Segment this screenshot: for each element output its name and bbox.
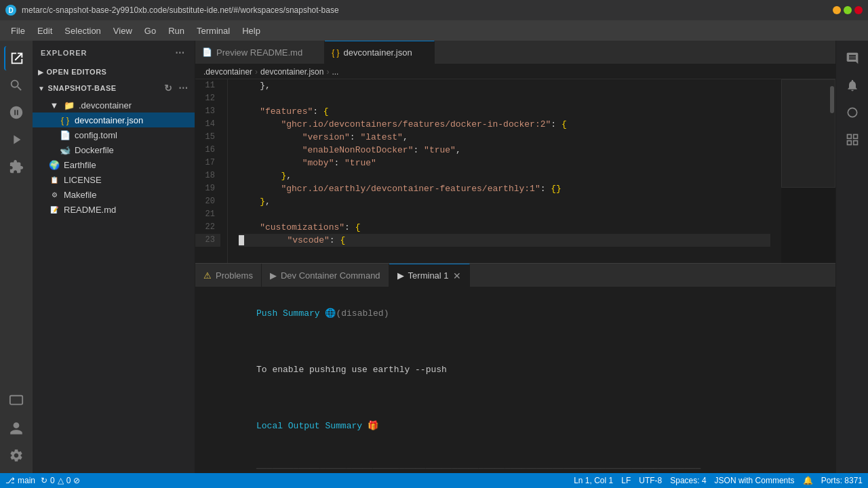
sidebar-snapshot-section: ▼ SNAPSHOT-BASE ↻ ⋯ ▼ 📁 .devcontainer: [33, 79, 195, 217]
code-content[interactable]: }, "features": { "ghcr.io/devcontainers/…: [228, 79, 781, 263]
tab-preview-readme[interactable]: 📄 Preview README.md ✕: [195, 41, 325, 64]
svg-rect-3: [853, 135, 857, 139]
panel-problems-label: Problems: [216, 270, 253, 281]
menu-go[interactable]: Go: [139, 23, 161, 39]
menu-help[interactable]: Help: [237, 23, 266, 39]
activity-accounts[interactable]: [4, 416, 28, 441]
activity-remote[interactable]: [4, 389, 28, 413]
terminal-line-push: Push Summary 🌐(disabled): [203, 293, 827, 335]
status-branch[interactable]: ⎇ main: [5, 476, 35, 485]
maximize-button[interactable]: [844, 6, 852, 14]
menu-bar: File Edit Selection View Go Run Terminal…: [0, 20, 868, 41]
status-eol[interactable]: LF: [621, 476, 631, 485]
sync-icon: ↻: [41, 476, 47, 485]
activity-explorer[interactable]: [4, 46, 28, 70]
activity-search[interactable]: [4, 73, 28, 98]
sidebar-title: EXPLORER ⋯: [33, 41, 195, 65]
main-layout: EXPLORER ⋯ ▶ OPEN EDITORS ▼ SNAPSHOT-BAS…: [0, 41, 868, 473]
right-sidebar-plugin1[interactable]: [840, 100, 865, 125]
panel-terminal-label: Terminal 1: [408, 270, 449, 281]
sidebar: EXPLORER ⋯ ▶ OPEN EDITORS ▼ SNAPSHOT-BAS…: [33, 41, 195, 473]
folder-icon: ▼: [49, 100, 60, 110]
breadcrumb-file[interactable]: devcontainer.json: [260, 67, 323, 77]
status-language[interactable]: JSON with Comments: [715, 476, 795, 485]
activity-source-control[interactable]: [4, 100, 28, 125]
code-editor[interactable]: 11 12 13 14 15 16 17 18 19 20 21 22 23 }…: [195, 79, 835, 263]
svg-rect-2: [847, 135, 851, 139]
code-line-22: "customizations": {: [239, 221, 770, 234]
code-minimap: [781, 79, 835, 263]
activity-extensions[interactable]: [4, 155, 28, 179]
open-editors-header[interactable]: ▶ OPEN EDITORS: [33, 65, 195, 79]
tree-item-config-toml[interactable]: 📄 config.toml: [33, 127, 195, 142]
tree-item-license[interactable]: 📋 LICENSE: [33, 172, 195, 187]
activity-settings[interactable]: [4, 443, 28, 468]
refresh-button[interactable]: ↻: [163, 81, 174, 95]
editor-area: 📄 Preview README.md ✕ { } devcontainer.j…: [195, 41, 835, 473]
right-sidebar-notifications[interactable]: [840, 73, 865, 98]
terminal-line-local: Local Output Summary 🎁: [203, 405, 827, 447]
terminal-content[interactable]: Push Summary 🌐(disabled) To enable pushi…: [195, 287, 835, 473]
file-md-icon: 📝: [49, 204, 60, 215]
terminal-icon: ▶: [397, 270, 404, 281]
panel-tabs: ⚠ Problems ▶ Dev Container Command ▶ Ter…: [195, 264, 835, 287]
branch-icon: ⎇: [5, 476, 15, 485]
tree-item-devcontainer-json[interactable]: { } devcontainer.json: [33, 113, 195, 127]
menu-run[interactable]: Run: [163, 23, 190, 39]
status-encoding[interactable]: UTF-8: [639, 476, 662, 485]
tree-item-devcontainer[interactable]: ▼ 📁 .devcontainer: [33, 98, 195, 113]
snapshot-base-header[interactable]: ▼ SNAPSHOT-BASE ↻ ⋯: [33, 79, 195, 98]
tree-item-earthfile[interactable]: 🌍 Earthfile: [33, 157, 195, 172]
breadcrumb-devcontainer[interactable]: .devcontainer: [203, 67, 252, 77]
file-json-icon: { }: [60, 115, 71, 125]
terminal-line-blank1: [203, 335, 827, 349]
tree-item-makefile[interactable]: ⚙ Makefile: [33, 187, 195, 202]
new-file-button[interactable]: ⋯: [174, 46, 186, 60]
minimize-button[interactable]: [833, 6, 841, 14]
svg-point-1: [848, 108, 856, 117]
panel-devcontainer-label: Dev Container Command: [281, 270, 380, 281]
right-sidebar-chat[interactable]: [840, 46, 865, 70]
window-controls[interactable]: [833, 6, 863, 14]
activity-run-debug[interactable]: [4, 127, 28, 152]
file-tree: ▼ 📁 .devcontainer { } devcontainer.json …: [33, 98, 195, 217]
menu-edit[interactable]: Edit: [32, 23, 58, 39]
menu-view[interactable]: View: [108, 23, 138, 39]
file-toml-icon: 📄: [60, 129, 71, 140]
more-options-button[interactable]: ⋯: [177, 81, 190, 95]
code-line-13: "features": {: [239, 105, 770, 118]
status-sync[interactable]: ↻ 0 △ 0 ⊘: [41, 476, 80, 485]
panel-area: ⚠ Problems ▶ Dev Container Command ▶ Ter…: [195, 263, 835, 473]
app-icon: D: [5, 5, 16, 16]
status-bell[interactable]: 🔔: [803, 476, 813, 485]
right-sidebar-plugin2[interactable]: [840, 127, 865, 152]
terminal-close-button[interactable]: ✕: [453, 270, 461, 281]
tree-item-dockerfile[interactable]: 🐋 Dockerfile: [33, 142, 195, 157]
breadcrumb-more[interactable]: ...: [332, 67, 338, 77]
file-license-icon: 📋: [49, 174, 60, 185]
status-spaces[interactable]: Spaces: 4: [670, 476, 706, 485]
menu-terminal[interactable]: Terminal: [191, 23, 235, 39]
sidebar-title-actions: ⋯: [174, 46, 186, 60]
code-line-23: "vscode": {: [239, 234, 770, 247]
code-line-12: [239, 92, 770, 105]
panel-tab-devcontainer[interactable]: ▶ Dev Container Command: [262, 264, 389, 287]
file-docker-icon: 🐋: [60, 144, 71, 155]
tab-preview-label: Preview README.md: [216, 47, 302, 58]
tab-preview-icon: 📄: [202, 47, 212, 57]
status-bar-right: Ln 1, Col 1 LF UTF-8 Spaces: 4 JSON with…: [574, 476, 863, 485]
close-button[interactable]: [854, 6, 863, 14]
tab-devcontainer-json[interactable]: { } devcontainer.json ✕: [325, 41, 435, 64]
browser-url: metarc/c-snapshot-base-2y9910xb.code/sub…: [22, 5, 339, 15]
status-bar-left: ⎇ main ↻ 0 △ 0 ⊘: [5, 476, 80, 485]
tree-item-readme[interactable]: 📝 README.md: [33, 202, 195, 217]
status-ports[interactable]: Ports: 8371: [821, 476, 863, 485]
status-position[interactable]: Ln 1, Col 1: [574, 476, 613, 485]
devcontainer-icon: ▶: [270, 270, 277, 281]
branch-name: main: [18, 476, 35, 485]
right-sidebar: [835, 41, 868, 473]
menu-selection[interactable]: Selection: [59, 23, 106, 39]
panel-tab-terminal[interactable]: ▶ Terminal 1 ✕: [389, 264, 470, 287]
menu-file[interactable]: File: [5, 23, 31, 39]
panel-tab-problems[interactable]: ⚠ Problems: [195, 264, 262, 287]
